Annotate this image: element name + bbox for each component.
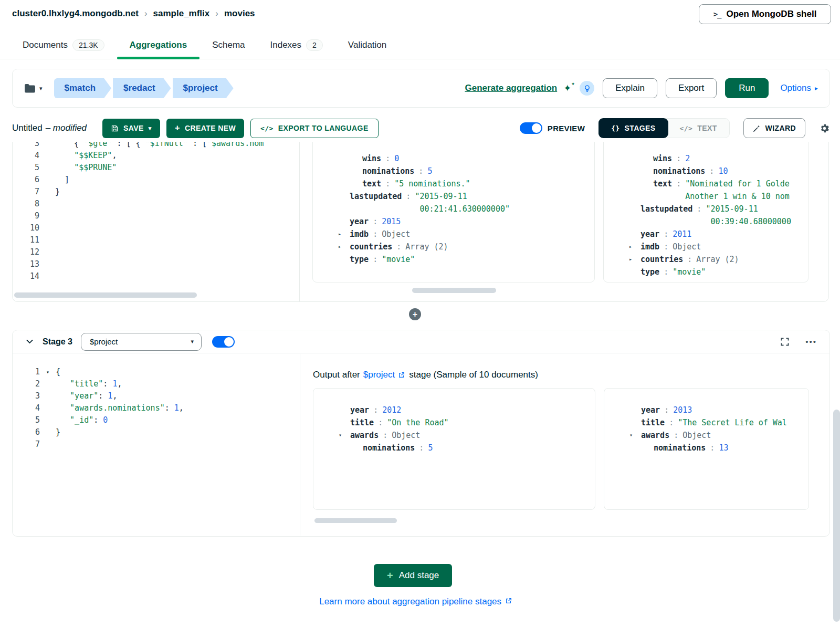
editor-h-scrollbar[interactable] bbox=[14, 292, 197, 298]
fold-arrow-icon[interactable] bbox=[39, 258, 55, 270]
expand-arrow-icon[interactable]: ▾ bbox=[339, 429, 350, 442]
expand-arrow-icon[interactable] bbox=[339, 404, 350, 416]
pipeline-stage-chip[interactable]: $project bbox=[173, 78, 234, 98]
expand-arrow-icon[interactable] bbox=[629, 416, 641, 429]
expand-arrow-icon[interactable] bbox=[642, 152, 653, 165]
expand-arrow-icon[interactable] bbox=[629, 404, 641, 416]
expand-arrow-icon[interactable] bbox=[351, 442, 363, 454]
save-button[interactable]: SAVE ▾ bbox=[102, 119, 160, 138]
fullscreen-button[interactable] bbox=[780, 337, 790, 347]
expand-arrow-icon[interactable] bbox=[339, 416, 350, 429]
expand-arrow-icon[interactable]: ▸ bbox=[338, 240, 350, 253]
view-switch-stages[interactable]: {} STAGES bbox=[598, 118, 668, 138]
learn-more-link[interactable]: Learn more about aggregation pipeline st… bbox=[319, 596, 501, 606]
field-key: awards bbox=[641, 429, 669, 442]
tab[interactable]: Documents 21.3K bbox=[23, 30, 104, 59]
fold-arrow-icon[interactable] bbox=[39, 246, 55, 258]
run-button[interactable]: Run bbox=[725, 78, 769, 98]
expand-arrow-icon[interactable]: ▾ bbox=[629, 429, 641, 442]
fold-arrow-icon[interactable] bbox=[40, 402, 56, 414]
tab[interactable]: Aggregations bbox=[130, 30, 187, 59]
field-value: 2013 bbox=[673, 404, 692, 416]
document-field-row: year : 2013 bbox=[629, 404, 808, 416]
field-value: "5 nominations." bbox=[394, 177, 470, 190]
preview-h-scrollbar[interactable] bbox=[412, 288, 496, 293]
line-number: 8 bbox=[12, 198, 39, 210]
fold-arrow-icon[interactable] bbox=[40, 426, 56, 438]
settings-gear-icon[interactable] bbox=[819, 123, 830, 134]
expand-arrow-icon[interactable] bbox=[629, 266, 640, 278]
document-field-row: wins : 0 bbox=[338, 152, 594, 165]
field-separator: : bbox=[378, 416, 383, 429]
feedback-bulb-icon[interactable] bbox=[580, 81, 594, 96]
fold-arrow-icon[interactable] bbox=[40, 390, 56, 402]
breadcrumb-item[interactable]: sample_mflix bbox=[153, 8, 224, 19]
fold-arrow-icon[interactable] bbox=[39, 198, 55, 210]
page-v-scrollbar[interactable] bbox=[833, 410, 840, 622]
editor-line: 4 "$$KEEP", bbox=[12, 150, 296, 162]
create-new-button[interactable]: + CREATE NEW bbox=[166, 119, 244, 138]
add-stage-button[interactable]: + Add stage bbox=[374, 564, 452, 587]
project-stage-link[interactable]: $project bbox=[363, 370, 395, 380]
tab[interactable]: Schema bbox=[212, 30, 245, 59]
fold-arrow-icon[interactable] bbox=[39, 162, 55, 174]
fold-arrow-icon[interactable] bbox=[39, 222, 55, 234]
wizard-button[interactable]: WIZARD bbox=[743, 118, 805, 138]
tab[interactable]: Validation bbox=[348, 30, 386, 59]
line-number: 14 bbox=[12, 270, 39, 282]
expand-arrow-icon[interactable] bbox=[338, 253, 350, 266]
stage-operator-select[interactable]: $project ▾ bbox=[81, 333, 202, 351]
pipeline-stage-chip[interactable]: $redact bbox=[113, 78, 171, 98]
stage-enabled-toggle[interactable] bbox=[212, 336, 235, 348]
fold-arrow-icon[interactable] bbox=[40, 414, 56, 426]
preview-toggle[interactable] bbox=[520, 122, 542, 134]
line-number: 4 bbox=[12, 150, 39, 162]
field-separator: : bbox=[664, 266, 668, 278]
export-to-language-button[interactable]: </> EXPORT TO LANGUAGE bbox=[250, 119, 379, 138]
explain-button[interactable]: Explain bbox=[603, 78, 657, 98]
expand-arrow-icon[interactable] bbox=[629, 203, 640, 228]
expand-arrow-icon[interactable] bbox=[338, 215, 350, 228]
tab[interactable]: Indexes 2 bbox=[270, 30, 323, 59]
expand-arrow-icon[interactable]: ▸ bbox=[629, 253, 640, 266]
fold-arrow-icon[interactable] bbox=[39, 234, 55, 246]
options-button[interactable]: Options ▸ bbox=[780, 83, 818, 93]
fold-arrow-icon[interactable] bbox=[39, 174, 55, 186]
fold-arrow-icon[interactable] bbox=[39, 142, 55, 150]
export-button[interactable]: Export bbox=[666, 78, 717, 98]
generate-aggregation-link[interactable]: Generate aggregation bbox=[465, 83, 557, 93]
saved-pipelines-button[interactable]: ▾ bbox=[24, 83, 43, 93]
expand-arrow-icon[interactable]: ▸ bbox=[629, 240, 640, 253]
add-stage-between-button[interactable]: + bbox=[409, 308, 421, 320]
fold-arrow-icon[interactable]: ▾ bbox=[40, 366, 56, 378]
open-mongodb-shell-button[interactable]: >_ Open MongoDB shell bbox=[699, 4, 831, 24]
expand-arrow-icon[interactable] bbox=[629, 228, 640, 240]
pipeline-stage-chip[interactable]: $match bbox=[54, 78, 112, 98]
breadcrumb-item[interactable]: movies bbox=[224, 8, 255, 19]
view-switch-text[interactable]: </> TEXT bbox=[667, 118, 730, 138]
expand-arrow-icon[interactable] bbox=[351, 177, 362, 190]
fold-arrow-icon[interactable] bbox=[40, 378, 56, 390]
expand-arrow-icon[interactable] bbox=[642, 165, 653, 177]
editor-line: 2 "title": 1, bbox=[13, 378, 296, 390]
external-link-icon[interactable] bbox=[398, 372, 405, 379]
stage2-code-editor[interactable]: 3 { "$gte" : [ { "$ifNull" : ["$awards.n… bbox=[12, 142, 296, 282]
expand-arrow-icon[interactable] bbox=[642, 177, 653, 203]
fold-arrow-icon[interactable] bbox=[39, 186, 55, 198]
document-fields: wins : 0 nominations : 5 text : bbox=[313, 142, 594, 266]
fold-arrow-icon[interactable] bbox=[40, 438, 56, 451]
output-h-scrollbar[interactable] bbox=[314, 518, 397, 523]
stage3-code-editor[interactable]: 1 ▾ { 2 "title": 1, 3 "year": 1, 4 "awar… bbox=[13, 366, 296, 451]
stage-options-ellipsis[interactable]: ••• bbox=[805, 337, 817, 346]
expand-arrow-icon[interactable] bbox=[338, 190, 350, 215]
expand-arrow-icon[interactable] bbox=[642, 442, 654, 454]
stage-collapse-chevron-icon[interactable] bbox=[25, 337, 34, 346]
breadcrumb-item[interactable]: cluster0.lhxlyg4.mongodb.net bbox=[12, 8, 153, 19]
field-key: year bbox=[350, 404, 369, 416]
fold-arrow-icon[interactable] bbox=[39, 210, 55, 222]
fold-arrow-icon[interactable] bbox=[39, 150, 55, 162]
fold-arrow-icon[interactable] bbox=[39, 270, 55, 282]
expand-arrow-icon[interactable]: ▸ bbox=[338, 228, 350, 240]
expand-arrow-icon[interactable] bbox=[351, 152, 362, 165]
expand-arrow-icon[interactable] bbox=[351, 165, 362, 177]
